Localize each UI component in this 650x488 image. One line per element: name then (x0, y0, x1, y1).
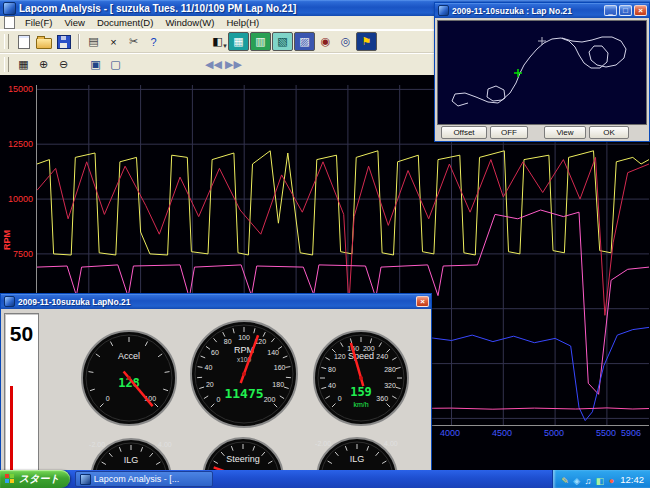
svg-text:240: 240 (376, 353, 388, 360)
menu-view[interactable]: View (58, 17, 90, 28)
zoom-out-icon[interactable]: ⊖ (54, 56, 73, 73)
toolbar-grip (4, 57, 9, 72)
lap-marker-icon-1[interactable]: ◉ (316, 33, 335, 50)
svg-text:km/h: km/h (353, 401, 368, 408)
gauge-window: 2009-11-10suzuka LapNo.21 × 50 0100Accel… (0, 293, 432, 472)
svg-text:40: 40 (205, 364, 213, 371)
svg-text:320: 320 (384, 382, 396, 389)
map-window-title: 2009-11-10suzuka : Lap No.21 (452, 6, 572, 16)
print-icon[interactable]: ▤ (84, 33, 103, 50)
pen-tray-icon[interactable]: ✎ (561, 476, 569, 486)
track-map[interactable] (437, 20, 647, 125)
svg-text:120: 120 (334, 353, 346, 360)
help-icon[interactable]: ? (144, 33, 163, 50)
svg-text:80: 80 (224, 338, 232, 345)
gauge-window-icon (4, 296, 15, 307)
track-flag-icon[interactable]: ⚑ (356, 32, 377, 51)
svg-text:360: 360 (376, 395, 388, 402)
svg-text:159: 159 (350, 385, 372, 399)
antivirus-tray-icon[interactable]: ● (609, 476, 614, 486)
speed-gauge: 04080120160200240280320360Speed159km/h (310, 327, 412, 433)
zoom-in-icon[interactable]: ⊕ (34, 56, 53, 73)
cut-icon[interactable]: × (104, 33, 123, 50)
menu-document[interactable]: Document(D) (91, 17, 160, 28)
gauge-body: 50 0100Accel1280204060801001201401601802… (1, 309, 431, 471)
scissors-icon[interactable]: ✂ (124, 33, 143, 50)
graph-view-icon-1[interactable]: ▦ (228, 32, 249, 51)
svg-text:-2.00: -2.00 (315, 440, 331, 447)
svg-text:ILG: ILG (124, 455, 139, 465)
car-position-cursor (514, 69, 522, 77)
tile-windows-icon[interactable]: ▣ (86, 56, 105, 73)
volume-tray-icon[interactable]: ♫ (585, 476, 592, 486)
map-button-ok[interactable]: OK (589, 126, 629, 139)
svg-text:40: 40 (328, 382, 336, 389)
graph-view-icon-3[interactable]: ▧ (272, 32, 293, 51)
side-scale-panel: 50 (4, 313, 39, 472)
ilg-right-gauge: -2.004.00ILG (313, 434, 401, 472)
svg-text:ILG: ILG (350, 454, 365, 464)
taskbar: スタート Lapcom Analysis - [... ✎ ◈ ♫ ◧ ● 12… (0, 470, 650, 488)
svg-text:Speed: Speed (348, 351, 374, 361)
y-tick-label: 15000 (1, 84, 33, 94)
toolbar-separator (78, 34, 80, 49)
y-tick-label: 7500 (1, 249, 33, 259)
svg-text:280: 280 (384, 366, 396, 373)
map-button-off[interactable]: OFF (490, 126, 528, 139)
start-button[interactable]: スタート (0, 470, 70, 488)
toolbar-grip (4, 34, 9, 49)
ilg-left-gauge: -2.004.00ILG (87, 435, 175, 472)
new-document-icon[interactable] (14, 33, 33, 50)
y-tick-label: 12500 (1, 139, 33, 149)
cascade-windows-icon[interactable]: ▢ (106, 56, 125, 73)
gauge-close-button[interactable]: × (416, 296, 429, 307)
rpm-gauge: 020406080100120140160180200RPMx10011475 (187, 317, 301, 435)
map-button-view[interactable]: View (544, 126, 586, 139)
gauge-window-title: 2009-11-10suzuka LapNo.21 (18, 297, 130, 307)
next-lap-button[interactable]: ▶▶ (224, 56, 243, 73)
menu-file[interactable]: File(F) (19, 17, 58, 28)
svg-text:200: 200 (264, 396, 276, 403)
svg-text:0: 0 (217, 396, 221, 403)
map-close-button[interactable]: × (634, 5, 647, 16)
map-button-row: OffsetOFFViewOK (435, 124, 649, 140)
app-icon (3, 2, 16, 15)
svg-text:-2.00: -2.00 (89, 441, 105, 448)
x-tick-label: 4000 (435, 428, 465, 438)
side-scale-value: 50 (5, 322, 38, 346)
display-tray-icon[interactable]: ◈ (573, 476, 580, 486)
menu-window[interactable]: Window(W) (159, 17, 220, 28)
svg-text:100: 100 (238, 334, 250, 341)
taskbar-task-button[interactable]: Lapcom Analysis - [... (75, 471, 213, 487)
side-scale-bar (10, 386, 13, 472)
map-button-offset[interactable]: Offset (441, 126, 487, 139)
open-folder-icon[interactable] (34, 33, 53, 50)
menu-help[interactable]: Help(H) (220, 17, 265, 28)
task-app-icon (80, 474, 91, 485)
x-tick-label: 5000 (539, 428, 569, 438)
prev-lap-button[interactable]: ◀◀ (204, 56, 223, 73)
track-map-window: 2009-11-10suzuka : Lap No.21 _ □ × Offse… (434, 2, 650, 142)
gauge-titlebar: 2009-11-10suzuka LapNo.21 × (1, 294, 431, 309)
svg-text:4.00: 4.00 (384, 440, 398, 447)
save-icon[interactable] (54, 33, 73, 50)
taskbar-clock: 12:42 (620, 474, 644, 485)
x-tick-label: 4500 (487, 428, 517, 438)
graph-view-icon-2[interactable]: ▥ (250, 32, 271, 51)
data-table-icon[interactable]: ▦ (14, 56, 33, 73)
graph-view-icon-4[interactable]: ▨ (294, 32, 315, 51)
windows-logo-icon (5, 474, 15, 484)
svg-text:80: 80 (328, 366, 336, 373)
display-mode-dropdown[interactable]: ◧▼ (208, 33, 227, 50)
svg-text:4.00: 4.00 (158, 441, 172, 448)
svg-text:0: 0 (338, 395, 342, 402)
map-minimize-button[interactable]: _ (604, 5, 617, 16)
lap-marker-icon-2[interactable]: ◎ (336, 33, 355, 50)
svg-text:0: 0 (106, 395, 110, 402)
map-window-icon (438, 5, 449, 16)
svg-text:160: 160 (274, 364, 286, 371)
svg-text:140: 140 (267, 349, 279, 356)
map-maximize-button[interactable]: □ (619, 5, 632, 16)
x-tick-label: 5906 (616, 428, 646, 438)
network-tray-icon[interactable]: ◧ (596, 476, 605, 486)
